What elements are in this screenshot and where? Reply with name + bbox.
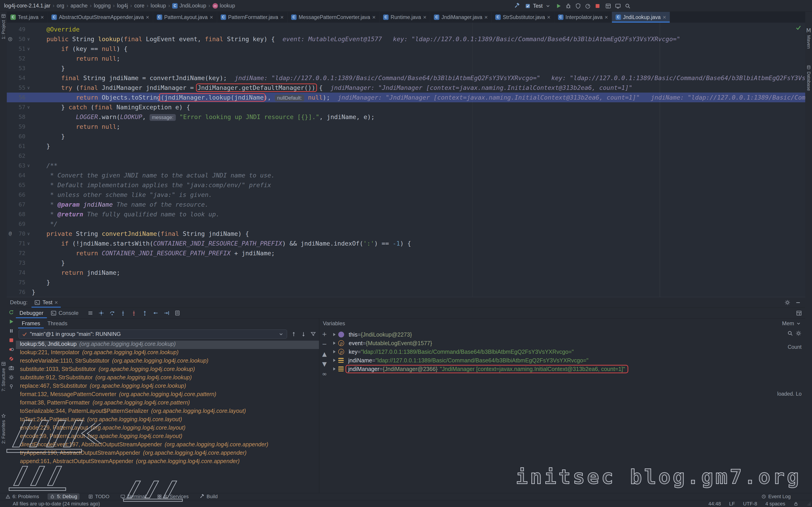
variable-row[interactable]: pkey = "ldap://127.0.0.1:1389/Basic/Comm… <box>329 347 771 356</box>
event-log-button[interactable]: Event Log <box>761 494 791 500</box>
close-icon[interactable]: × <box>146 14 149 20</box>
build-hammer-icon[interactable] <box>514 3 520 9</box>
toolwindow-button--debug[interactable]: 5: Debug <box>48 494 79 500</box>
chevron-right-icon[interactable] <box>333 368 336 371</box>
stack-frame-row[interactable]: toSerializable:344, PatternLayout$Patter… <box>16 408 319 416</box>
stack-frame-row[interactable]: toText:244, PatternLayout(org.apache.log… <box>16 416 319 425</box>
fold-marker[interactable]: ∨ <box>26 229 32 238</box>
run-to-cursor-button[interactable] <box>162 308 171 318</box>
stop-button[interactable] <box>8 337 14 343</box>
run-button[interactable] <box>556 3 562 9</box>
mute-breakpoints-button[interactable] <box>8 356 14 362</box>
editor-tab-patternlayout[interactable]: CPatternLayout.java× <box>153 12 217 23</box>
thread-selector[interactable]: "main"@1 in group "main": RUNNING <box>18 330 287 339</box>
caret-position[interactable]: 44:48 <box>708 501 721 507</box>
stack-frame-row[interactable]: substitute:1033, StrSubstitutor(org.apac… <box>16 366 319 374</box>
sidebar-item--favorites[interactable]: 2: Favorites <box>0 413 7 444</box>
debugger-menu-icon[interactable] <box>86 308 95 318</box>
stack-frame-row[interactable]: substitute:912, StrSubstitutor(org.apach… <box>16 374 319 383</box>
force-step-into-button[interactable] <box>129 308 139 318</box>
fold-marker[interactable]: ∨ <box>26 83 32 93</box>
search-icon[interactable] <box>787 330 793 336</box>
breadcrumb-item[interactable]: CJndiLookup <box>172 3 206 9</box>
pin-tab-button[interactable] <box>8 384 14 390</box>
lock-icon[interactable] <box>794 501 798 506</box>
stack-frame-row[interactable]: encode:59, PatternLayout(org.apache.logg… <box>16 433 319 441</box>
stack-frame-row[interactable]: resolveVariable:1110, StrSubstitutor(org… <box>16 357 319 366</box>
stack-frame-row[interactable]: encode:229, PatternLayout(org.apache.log… <box>16 425 319 433</box>
editor-tab-patternformatter[interactable]: CPatternFormatter.java× <box>217 12 288 23</box>
move-down-button[interactable]: ▼ <box>322 361 327 367</box>
toolwindow-button-todo[interactable]: TODO <box>86 494 112 500</box>
close-icon[interactable]: × <box>663 14 666 20</box>
tab-debugger[interactable]: Debugger <box>16 308 47 318</box>
stack-frame-row[interactable]: format:132, MessagePatternConverter(org.… <box>16 391 319 399</box>
move-up-button[interactable]: ▲ <box>322 351 327 357</box>
breadcrumb-item[interactable]: lookup <box>151 3 166 9</box>
chevron-right-icon[interactable] <box>333 342 336 345</box>
close-icon[interactable]: × <box>280 14 284 20</box>
editor-tab-test[interactable]: CTest.java× <box>7 12 48 23</box>
stack-frame-row[interactable]: directEncodeEvent:197, AbstractOutputStr… <box>16 441 319 450</box>
sidebar-item-database[interactable]: Database <box>805 65 812 91</box>
inspections-ok-icon[interactable] <box>795 24 802 32</box>
variable-row[interactable]: pevent = {MutableLogEvent@1577} <box>329 339 771 347</box>
gear-icon[interactable] <box>784 299 791 305</box>
annotation-marker-icon[interactable]: @ <box>7 229 14 238</box>
add-watch-button[interactable]: + <box>322 331 327 337</box>
fold-marker[interactable]: ∨ <box>26 34 32 44</box>
fold-marker[interactable]: ∨ <box>26 44 32 54</box>
stack-frame-row[interactable]: replace:467, StrSubstitutor(org.apache.l… <box>16 383 319 391</box>
close-icon[interactable]: × <box>485 14 488 20</box>
chevron-right-icon[interactable] <box>333 333 336 336</box>
debug-session-tab[interactable]: Test × <box>32 297 60 307</box>
next-frame-button[interactable] <box>300 331 307 337</box>
close-icon[interactable]: × <box>41 14 44 20</box>
editor-tab-strsubstitutor[interactable]: CStrSubstitutor.java× <box>492 12 554 23</box>
breadcrumb-item[interactable]: logging <box>94 3 111 9</box>
fold-marker[interactable]: ∨ <box>26 161 32 170</box>
close-icon[interactable]: × <box>372 14 376 20</box>
resize-grip[interactable] <box>806 501 811 506</box>
resume-button[interactable] <box>8 319 14 325</box>
toolwindow-button-build[interactable]: Build <box>197 494 220 500</box>
close-icon[interactable]: × <box>423 14 426 20</box>
breadcrumb-item[interactable]: org <box>57 3 64 9</box>
encoding[interactable]: UTF-8 <box>743 501 757 507</box>
editor-tab-abstractoutputstreamappender[interactable]: CAbstractOutputStreamAppender.java× <box>48 12 153 23</box>
remove-watch-button[interactable]: − <box>322 341 327 347</box>
editor-tab-messagepatternconverter[interactable]: CMessagePatternConverter.java× <box>288 12 379 23</box>
pause-button[interactable] <box>8 328 14 334</box>
layout-settings-icon[interactable] <box>796 310 802 316</box>
search-everywhere-button[interactable] <box>625 3 631 9</box>
chevron-right-icon[interactable] <box>333 359 336 362</box>
variable-row[interactable]: this = {JndiLookup@2273} <box>329 330 771 339</box>
variable-row[interactable]: jndiManager = {JndiManager@2366}"JndiMan… <box>329 364 771 373</box>
stack-frame-row[interactable]: lookup:56, JndiLookup(org.apache.logging… <box>16 341 319 349</box>
breadcrumb-item[interactable]: mlookup <box>212 3 235 9</box>
step-over-button[interactable] <box>107 308 117 318</box>
stack-frame-row[interactable]: format:38, PatternFormatter(org.apache.l… <box>16 399 319 408</box>
stop-button[interactable] <box>595 3 601 9</box>
run-config-select[interactable]: Test <box>525 3 551 9</box>
debug-button[interactable] <box>565 3 571 9</box>
variable-row[interactable]: jndiName = "ldap://127.0.0.1:1389/Basic/… <box>329 356 771 364</box>
indent-setting[interactable]: 4 spaces <box>765 501 785 507</box>
breadcrumb-item[interactable]: log4j <box>117 3 128 9</box>
toolwindow-button--problems[interactable]: 6: Problems <box>3 494 41 500</box>
stack-frame-row[interactable]: tryAppend:190, AbstractOutputStreamAppen… <box>16 450 319 458</box>
project-structure-button[interactable] <box>605 3 611 9</box>
filter-frames-icon[interactable] <box>310 331 316 337</box>
sidebar-item--project[interactable]: 1: Project <box>0 13 7 39</box>
editor[interactable]: 49 @Override50∨ public String lookup(fin… <box>7 23 805 297</box>
hide-panel-icon[interactable] <box>795 299 801 305</box>
breadcrumb-item[interactable]: apache <box>70 3 88 9</box>
stack-frame-row[interactable]: lookup:221, Interpolator(org.apache.logg… <box>16 349 319 357</box>
toolwindow-button--services[interactable]: 8: Services <box>155 494 191 500</box>
memory-view-toggle[interactable]: Mem <box>782 320 802 327</box>
terminal-button[interactable] <box>615 3 621 9</box>
sidebar-item-maven[interactable]: MMaven <box>805 27 812 49</box>
editor-tab-jndilookup[interactable]: CJndiLookup.java× <box>612 12 670 23</box>
editor-tab-runtime[interactable]: CRuntime.java× <box>379 12 430 23</box>
toolwindow-button-terminal[interactable]: Terminal <box>118 494 148 500</box>
